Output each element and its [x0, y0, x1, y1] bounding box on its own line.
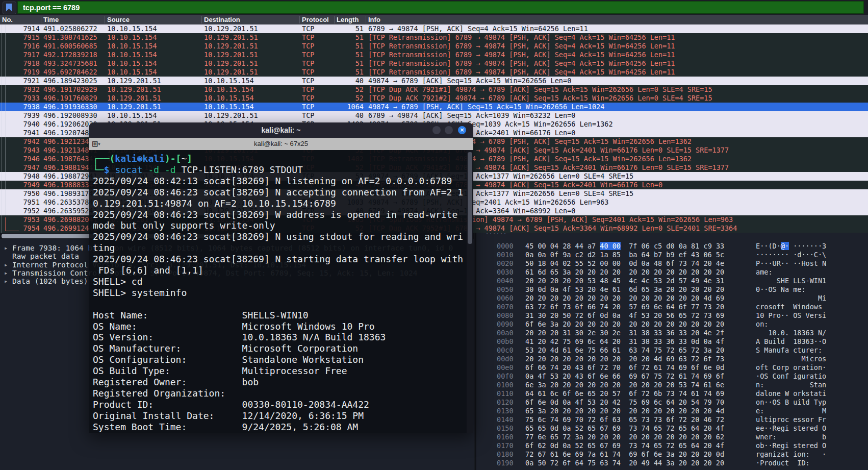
hex-ascii: ultiproc essor Fr	[756, 415, 826, 424]
hex-row-0130[interactable]: 013065 3a 20 20 20 20 20 20 20 20 20 20 …	[476, 407, 868, 415]
filter-toolbar	[0, 0, 868, 15]
cell-protocol: TCP	[302, 51, 314, 59]
terminal-tab[interactable]: kali@kali: ~ 67x25	[89, 138, 473, 150]
hex-bytes: 53 20 4d 61 6e 75 66 61 63 74 75 72 65 7…	[525, 346, 724, 355]
column-header-source[interactable]: Source	[107, 15, 130, 24]
hex-row-00f0[interactable]: 00f00a 4f 53 20 43 6f 6e 66 69 67 75 72 …	[476, 372, 868, 381]
expand-arrow-icon: ▸	[4, 261, 8, 269]
hex-row-00b0[interactable]: 00b041 20 42 75 69 6c 64 20 31 38 33 36 …	[476, 337, 868, 346]
column-header-length[interactable]: Length	[337, 15, 359, 24]
hex-row-0100[interactable]: 01006e 3a 20 20 20 20 20 20 20 20 20 20 …	[476, 381, 868, 389]
hex-row-0150[interactable]: 015065 65 0d 0a 52 65 67 69 73 74 65 72 …	[476, 424, 868, 433]
hex-ascii: 10 Pro·· OS Versi	[756, 311, 826, 320]
packet-row-7919[interactable]: 7919495.69278462210.10.15.15410.129.201.…	[0, 68, 868, 77]
hex-row-0080[interactable]: 008031 30 20 50 72 6f 0d 0a 4f 53 20 56 …	[476, 311, 868, 320]
terminal-line: ┌──(kali⊛kali)-[~]	[93, 153, 192, 164]
hex-bytes: 20 20 20 20 20 20 20 20 20 20 4d 69 63 7…	[525, 355, 724, 363]
column-separator	[334, 16, 335, 23]
hex-row-0020[interactable]: 002050 18 04 02 55 52 00 00 0d 0a 48 6f …	[476, 259, 868, 268]
packet-row-7917[interactable]: 7917492.17283921810.10.15.15410.129.201.…	[0, 51, 868, 59]
hex-bytes: 6f 6e 0d 0a 4f 53 20 42 75 69 6c 64 20 5…	[525, 398, 724, 407]
minimize-button[interactable]	[432, 126, 441, 134]
packet-row-7921[interactable]: 7921496.18942302510.129.201.5110.10.15.1…	[0, 77, 868, 85]
terminal-line: mode but only supports write-only	[93, 220, 275, 231]
cell-no: 7916	[4, 42, 40, 51]
packet-bytes-pane[interactable]: ······ 000045 00 04 28 44 a7 40 00 7f 06…	[475, 233, 868, 470]
cell-time: 495.692784622	[43, 68, 97, 77]
terminal-segment: └─	[93, 164, 104, 175]
cell-no: 7948	[4, 172, 40, 181]
packet-row-7915[interactable]: 7915491.30874162510.10.15.15410.129.201.…	[0, 33, 868, 42]
hex-ascii: S Manufa cturer:	[756, 346, 822, 355]
cell-time: 491.025806272	[43, 24, 97, 33]
hex-row-0160[interactable]: 016077 6e 65 72 3a 20 20 20 20 20 20 20 …	[476, 433, 868, 441]
ascii-pre: E··(D·	[756, 242, 781, 250]
hex-row-0060[interactable]: 006020 20 20 20 20 20 20 20 20 20 20 20 …	[476, 294, 868, 303]
hex-row-0140[interactable]: 014075 6c 74 69 70 72 6f 63 65 73 73 6f …	[476, 415, 868, 424]
hex-row-00c0[interactable]: 00c053 20 4d 61 6e 75 66 61 63 74 75 72 …	[476, 346, 868, 355]
cell-length: 1064	[316, 103, 364, 111]
hex-row-00d0[interactable]: 00d020 20 20 20 20 20 20 20 20 20 4d 69 …	[476, 355, 868, 363]
column-header-destination[interactable]: Destination	[204, 15, 240, 24]
hex-row-0050[interactable]: 005030 0d 0a 4f 53 20 4e 61 6d 65 3a 20 …	[476, 285, 868, 294]
hex-ascii: ee··Regi stered O	[756, 424, 826, 433]
terminal-line: 0.129.201.51:49874 on AF=2 10.10.15.154:…	[93, 198, 336, 209]
packet-row-7932[interactable]: 7932496.19170292910.129.201.5110.10.15.1…	[0, 85, 868, 94]
terminal-segment: ~	[181, 153, 187, 164]
hex-row-0070[interactable]: 007063 72 6f 73 6f 66 74 20 57 69 6e 64 …	[476, 303, 868, 311]
packet-row-7918[interactable]: 7918493.32473568110.10.15.15410.129.201.…	[0, 59, 868, 68]
terminal-screen[interactable]: ┌──(kali⊛kali)-[~]└─$ socat -d -d TCP-LI…	[89, 150, 473, 433]
hex-bytes: 31 30 20 50 72 6f 0d 0a 4f 53 20 56 65 7…	[525, 311, 724, 320]
cell-destination: 10.129.201.51	[204, 111, 258, 120]
column-header-info[interactable]: Info	[368, 15, 380, 24]
display-filter-input[interactable]	[17, 1, 864, 14]
packet-row-7914[interactable]: 7914491.02580627210.10.15.15410.129.201.…	[0, 24, 868, 33]
terminal-line: 2025/09/24 08:42:13 socat[38269] N liste…	[93, 176, 452, 187]
terminal-scrollbar-thumb[interactable]	[468, 152, 472, 244]
maximize-button[interactable]	[445, 126, 453, 134]
hex-row-0000[interactable]: 000045 00 04 28 44 a7 40 00 7f 06 c5 d0 …	[476, 242, 868, 251]
hex-ascii: e: M	[756, 407, 826, 415]
hex-row-0190[interactable]: 01900a 50 72 6f 64 75 63 74 20 49 44 3a …	[476, 459, 868, 467]
packet-row-7938[interactable]: 7938496.19193633010.129.201.5110.10.15.1…	[0, 103, 868, 111]
hex-offset: 0190	[497, 459, 514, 467]
hex-row-0090[interactable]: 00906f 6e 3a 20 20 20 20 20 20 20 20 20 …	[476, 320, 868, 329]
terminal-titlebar[interactable]: kali@kali: ~ ×	[89, 122, 473, 138]
terminal-line: Product ID: 00330-80110-20834-AA422	[93, 399, 369, 410]
terminal-segment: ]	[187, 153, 192, 164]
hex-offset: 0120	[497, 398, 514, 407]
cell-protocol: TCP	[302, 68, 314, 77]
terminal-line: SHELL> cd	[93, 276, 143, 287]
hex-row-0170[interactable]: 01706f 62 0d 0a 52 65 67 69 73 74 65 72 …	[476, 441, 868, 450]
cell-no: 7915	[4, 33, 40, 42]
hex-offset: 0010	[497, 251, 514, 259]
cell-length: 51	[316, 24, 364, 33]
column-header-no[interactable]: No.	[2, 15, 13, 24]
cell-destination: 10.129.201.51	[204, 24, 258, 33]
filter-bookmark-button[interactable]	[3, 2, 16, 14]
column-header-time[interactable]: Time	[43, 15, 59, 24]
packet-row-7933[interactable]: 7933496.19176082910.129.201.5110.10.15.1…	[0, 94, 868, 103]
packet-row-7916[interactable]: 7916491.60056068510.10.15.15410.129.201.…	[0, 42, 868, 51]
hex-row-0040[interactable]: 004020 20 20 20 20 53 48 45 4c 4c 53 2d …	[476, 277, 868, 285]
hex-row-0030[interactable]: 003061 6d 65 3a 20 20 20 20 20 20 20 20 …	[476, 268, 868, 277]
hex-row-00a0[interactable]: 00a020 20 20 31 30 2e 30 2e 31 38 33 36 …	[476, 329, 868, 337]
packet-row-7939[interactable]: 7939496.19200893010.10.15.15410.129.201.…	[0, 111, 868, 120]
terminal-line: FDs [6,6] and [1,1]	[93, 265, 203, 276]
hex-row-0120[interactable]: 01206f 6e 0d 0a 4f 53 20 42 75 69 6c 64 …	[476, 398, 868, 407]
hex-bytes: 6f 6e 3a 20 20 20 20 20 20 20 20 20 20 2…	[525, 320, 724, 329]
close-button[interactable]: ×	[458, 126, 466, 134]
cell-destination: 10.129.201.51	[204, 42, 258, 51]
hex-row-0110[interactable]: 011064 61 6c 6f 6e 65 20 57 6f 72 6b 73 …	[476, 389, 868, 398]
pane-splitter-handle[interactable]: ······	[486, 232, 507, 237]
hex-row-0180[interactable]: 018072 67 61 6e 69 7a 61 74 69 6f 6e 3a …	[476, 450, 868, 459]
cell-length: 40	[316, 77, 364, 85]
column-separator	[366, 16, 366, 23]
hex-ascii: n: Stan	[756, 381, 826, 389]
cell-length: 52	[316, 85, 364, 94]
hex-bytes: 65 3a 20 20 20 20 20 20 20 20 20 20 20 2…	[525, 407, 724, 415]
hex-ascii: E··(D·@· ·······3	[756, 242, 826, 251]
hex-row-00e0[interactable]: 00e06f 66 74 20 43 6f 72 70 6f 72 61 74 …	[476, 363, 868, 372]
hex-row-0010[interactable]: 00100a 0a 0f 9a c2 d2 1a 85 ba 64 b7 b9 …	[476, 251, 868, 259]
column-header-protocol[interactable]: Protocol	[302, 15, 329, 24]
